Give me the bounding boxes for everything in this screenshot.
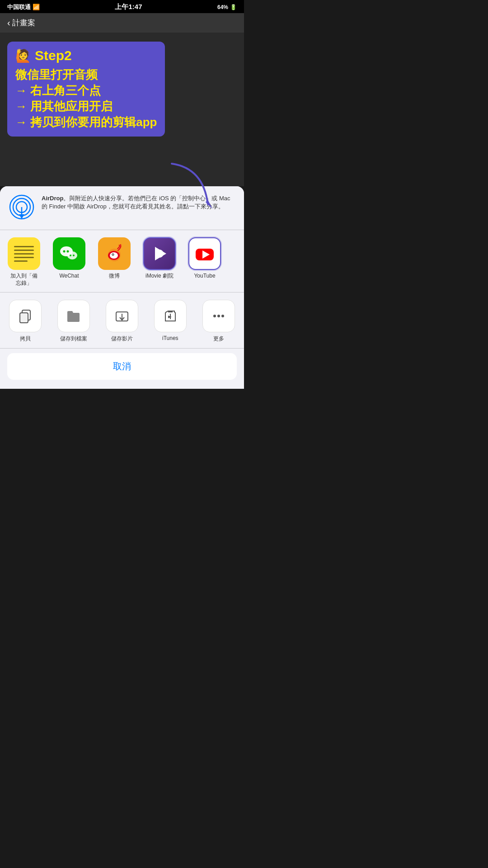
nav-bar: ‹ 計畫案 bbox=[0, 13, 244, 33]
more-icon-box bbox=[202, 300, 235, 332]
action-item-save-files[interactable]: 儲存到檔案 bbox=[53, 300, 94, 343]
svg-point-8 bbox=[67, 250, 69, 253]
svg-point-29 bbox=[221, 315, 224, 317]
airdrop-section[interactable]: AirDrop。與附近的人快速分享。若他們已在 iOS 的「控制中心」或 Mac… bbox=[0, 186, 244, 230]
youtube-app-icon bbox=[188, 237, 221, 270]
step-line-4: → 拷贝到你要用的剪辑app bbox=[15, 114, 157, 130]
itunes-icon-box bbox=[154, 300, 187, 332]
svg-point-28 bbox=[217, 315, 220, 317]
svg-point-16 bbox=[113, 254, 113, 255]
imovie-app-icon bbox=[143, 237, 176, 270]
save-video-icon-box bbox=[106, 300, 138, 332]
app-item-youtube[interactable]: YouTube bbox=[184, 237, 225, 280]
weibo-label: 微博 bbox=[109, 273, 120, 280]
svg-rect-22 bbox=[20, 313, 28, 323]
svg-point-10 bbox=[70, 255, 71, 256]
step-title: Step2 bbox=[35, 48, 72, 63]
svg-point-11 bbox=[73, 255, 75, 256]
step-line-2: → 右上角三个点 bbox=[15, 83, 157, 99]
svg-point-27 bbox=[213, 315, 216, 317]
action-item-copy[interactable]: 拷貝 bbox=[5, 300, 46, 343]
nav-title: 計畫案 bbox=[12, 18, 35, 28]
status-bar: 中国联通 📶 上午1:47 64% 🔋 bbox=[0, 0, 244, 13]
weibo-app-icon bbox=[98, 237, 131, 270]
step-header: 🙋 Step2 bbox=[15, 48, 157, 63]
airdrop-description: AirDrop。與附近的人快速分享。若他們已在 iOS 的「控制中心」或 Mac… bbox=[42, 194, 235, 211]
action-item-save-video[interactable]: 儲存影片 bbox=[102, 300, 142, 343]
copy-icon-box bbox=[9, 300, 42, 332]
app-item-notes[interactable]: 加入到「備忘錄」 bbox=[4, 237, 44, 287]
save-files-icon-box bbox=[57, 300, 90, 332]
step-content: 微信里打开音频 → 右上角三个点 → 用其他应用开启 → 拷贝到你要用的剪辑ap… bbox=[15, 67, 157, 130]
notes-app-icon bbox=[8, 237, 40, 270]
cancel-section: 取消 bbox=[0, 349, 244, 389]
svg-point-14 bbox=[110, 252, 118, 259]
step-emoji: 🙋 bbox=[15, 48, 31, 63]
imovie-label: iMovie 劇院 bbox=[145, 273, 174, 280]
save-files-label: 儲存到檔案 bbox=[60, 335, 87, 343]
status-left: 中国联通 📶 bbox=[7, 3, 40, 11]
airdrop-desc-text: 。與附近的人快速分享。若他們已在 iOS 的「控制中心」或 Mac 的 Find… bbox=[42, 195, 230, 210]
status-right: 64% 🔋 bbox=[217, 4, 237, 10]
svg-point-7 bbox=[63, 250, 66, 253]
action-row-container: 拷貝 儲存到檔案 bbox=[0, 292, 244, 349]
airdrop-icon bbox=[9, 194, 34, 222]
step-line-1: 微信里打开音频 bbox=[15, 67, 157, 83]
app-item-wechat[interactable]: WeChat bbox=[49, 237, 89, 280]
action-item-itunes[interactable]: iTunes bbox=[150, 300, 191, 341]
wechat-app-icon bbox=[53, 237, 85, 270]
action-row: 拷貝 儲存到檔案 bbox=[4, 300, 240, 343]
svg-marker-17 bbox=[155, 247, 166, 260]
battery-icon: 🔋 bbox=[230, 4, 237, 10]
app-item-weibo[interactable]: 微博 bbox=[94, 237, 135, 280]
save-video-label: 儲存影片 bbox=[111, 335, 133, 343]
airdrop-title: AirDrop bbox=[42, 195, 63, 202]
share-sheet: AirDrop。與附近的人快速分享。若他們已在 iOS 的「控制中心」或 Mac… bbox=[0, 186, 244, 389]
itunes-label: iTunes bbox=[162, 335, 178, 341]
carrier-text: 中国联通 bbox=[7, 3, 31, 11]
notes-label: 加入到「備忘錄」 bbox=[10, 273, 38, 287]
wifi-icon: 📶 bbox=[33, 4, 40, 10]
app-item-imovie[interactable]: iMovie 劇院 bbox=[139, 237, 180, 280]
action-item-more[interactable]: 更多 bbox=[198, 300, 239, 343]
cancel-button[interactable]: 取消 bbox=[7, 353, 237, 380]
status-time: 上午1:47 bbox=[115, 3, 142, 11]
tutorial-card: 🙋 Step2 微信里打开音频 → 右上角三个点 → 用其他应用开启 → 拷贝到… bbox=[7, 42, 165, 137]
battery-percent: 64% bbox=[217, 4, 228, 10]
copy-label: 拷貝 bbox=[20, 335, 31, 343]
step-line-3: → 用其他应用开启 bbox=[15, 99, 157, 114]
wechat-label: WeChat bbox=[59, 273, 79, 280]
app-row-container: 加入到「備忘錄」 WeChat bbox=[0, 230, 244, 292]
app-row: 加入到「備忘錄」 WeChat bbox=[4, 237, 240, 287]
back-chevron-icon: ‹ bbox=[7, 18, 10, 28]
youtube-label: YouTube bbox=[194, 273, 215, 280]
back-button[interactable]: ‹ 計畫案 bbox=[7, 18, 35, 28]
svg-point-9 bbox=[67, 251, 77, 259]
tutorial-area: 🙋 Step2 微信里打开音频 → 右上角三个点 → 用其他应用开启 → 拷贝到… bbox=[0, 33, 244, 186]
more-label: 更多 bbox=[213, 335, 224, 343]
